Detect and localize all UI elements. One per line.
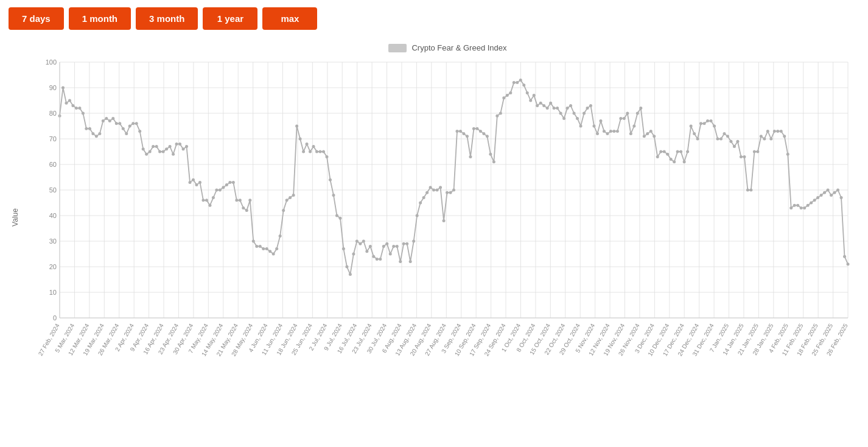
svg-point-171 <box>195 183 198 186</box>
svg-point-136 <box>78 107 81 110</box>
svg-point-334 <box>740 155 743 158</box>
svg-point-311 <box>663 150 666 153</box>
svg-point-153 <box>135 122 138 125</box>
svg-point-314 <box>673 160 676 163</box>
svg-point-155 <box>142 147 145 150</box>
svg-point-161 <box>162 150 165 153</box>
svg-point-172 <box>198 181 201 184</box>
svg-point-168 <box>185 145 188 148</box>
svg-point-321 <box>696 138 699 141</box>
svg-point-256 <box>479 130 482 133</box>
svg-point-234 <box>405 242 408 245</box>
svg-point-362 <box>833 191 836 194</box>
svg-point-328 <box>719 138 723 141</box>
svg-point-319 <box>690 125 693 128</box>
svg-point-278 <box>553 107 556 110</box>
svg-point-298 <box>619 117 622 120</box>
svg-point-213 <box>335 214 338 217</box>
svg-point-327 <box>716 138 719 141</box>
svg-point-131 <box>61 86 65 90</box>
svg-point-237 <box>416 214 419 217</box>
svg-point-235 <box>409 260 412 263</box>
btn-max[interactable]: max <box>262 7 317 30</box>
svg-point-190 <box>259 245 262 248</box>
svg-point-198 <box>285 199 289 202</box>
svg-point-309 <box>656 155 659 158</box>
svg-point-220 <box>359 242 362 245</box>
svg-point-223 <box>369 245 372 248</box>
svg-point-170 <box>192 178 195 181</box>
svg-point-249 <box>455 130 458 133</box>
svg-point-191 <box>262 247 265 250</box>
svg-point-186 <box>245 209 248 212</box>
svg-point-215 <box>342 247 345 250</box>
svg-point-156 <box>145 153 148 156</box>
svg-point-325 <box>710 119 713 122</box>
svg-point-338 <box>753 150 756 153</box>
svg-point-286 <box>579 125 583 128</box>
svg-point-280 <box>559 112 562 115</box>
svg-point-347 <box>783 135 786 138</box>
svg-point-342 <box>766 130 769 133</box>
svg-point-266 <box>513 81 516 84</box>
svg-point-330 <box>726 135 729 138</box>
svg-point-341 <box>763 138 766 141</box>
svg-point-332 <box>733 145 736 148</box>
svg-point-199 <box>289 196 292 199</box>
svg-point-138 <box>85 127 88 130</box>
svg-point-306 <box>646 132 649 135</box>
svg-text:70: 70 <box>49 135 57 143</box>
btn-1year[interactable]: 1 year <box>203 7 257 30</box>
svg-point-177 <box>215 189 218 192</box>
svg-point-158 <box>152 145 155 148</box>
svg-point-214 <box>338 217 341 220</box>
svg-point-356 <box>813 199 816 202</box>
svg-point-166 <box>178 143 181 146</box>
svg-point-159 <box>155 145 158 148</box>
svg-point-363 <box>836 189 839 192</box>
svg-point-225 <box>376 258 379 261</box>
svg-point-187 <box>248 199 251 202</box>
svg-point-232 <box>399 260 402 263</box>
svg-point-270 <box>526 91 529 94</box>
svg-point-174 <box>205 199 208 202</box>
svg-point-183 <box>235 199 238 202</box>
svg-point-236 <box>412 240 415 243</box>
svg-point-331 <box>729 140 732 143</box>
svg-point-284 <box>573 112 576 115</box>
svg-point-194 <box>272 253 275 256</box>
svg-text:40: 40 <box>49 212 57 219</box>
btn-7days[interactable]: 7 days <box>9 7 64 30</box>
svg-point-258 <box>486 135 489 138</box>
svg-point-216 <box>345 266 348 269</box>
svg-point-135 <box>75 107 78 110</box>
svg-point-132 <box>65 102 68 105</box>
svg-point-340 <box>760 135 763 138</box>
svg-point-173 <box>201 199 205 202</box>
svg-point-151 <box>128 125 131 128</box>
svg-point-231 <box>396 245 399 248</box>
svg-point-322 <box>699 122 702 125</box>
svg-point-229 <box>389 253 392 256</box>
svg-point-144 <box>105 117 108 120</box>
svg-point-267 <box>516 81 519 84</box>
svg-point-184 <box>239 199 242 202</box>
svg-point-281 <box>562 117 565 120</box>
svg-point-145 <box>108 119 111 122</box>
period-buttons-bar: 7 days 1 month 3 month 1 year max <box>0 0 868 37</box>
svg-point-188 <box>252 240 255 243</box>
svg-point-226 <box>379 258 382 261</box>
svg-point-324 <box>706 119 709 122</box>
btn-1month[interactable]: 1 month <box>69 7 131 30</box>
svg-point-357 <box>816 196 819 199</box>
svg-point-179 <box>222 186 225 189</box>
svg-point-337 <box>749 189 752 192</box>
svg-point-207 <box>315 150 318 153</box>
chart-title-area: Crypto Fear & Greed Index <box>33 43 862 52</box>
svg-point-210 <box>325 155 328 158</box>
svg-text:0: 0 <box>53 314 57 322</box>
svg-point-169 <box>189 181 192 184</box>
svg-point-146 <box>111 117 114 120</box>
btn-3month[interactable]: 3 month <box>136 7 198 30</box>
svg-point-180 <box>225 183 228 186</box>
